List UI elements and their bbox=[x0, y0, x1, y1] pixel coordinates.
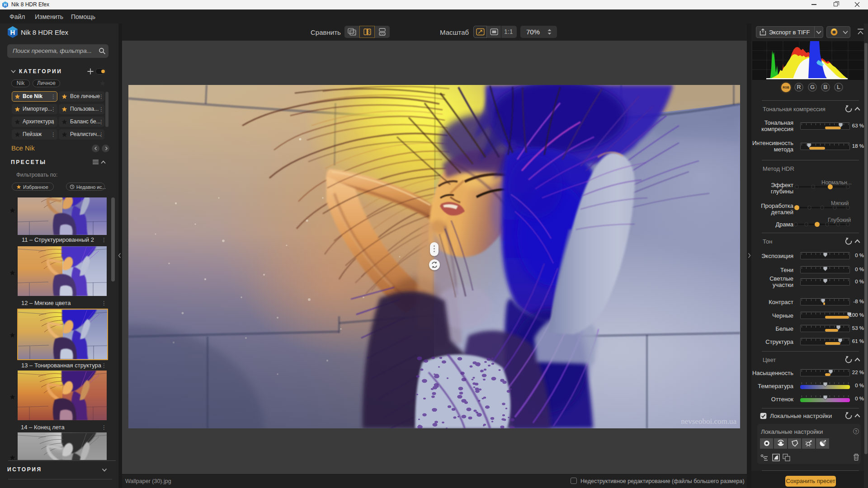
svg-text:nevseoboi.com.ua: nevseoboi.com.ua bbox=[681, 417, 736, 426]
svg-text:H: H bbox=[4, 2, 7, 7]
svg-text:H: H bbox=[10, 28, 15, 36]
